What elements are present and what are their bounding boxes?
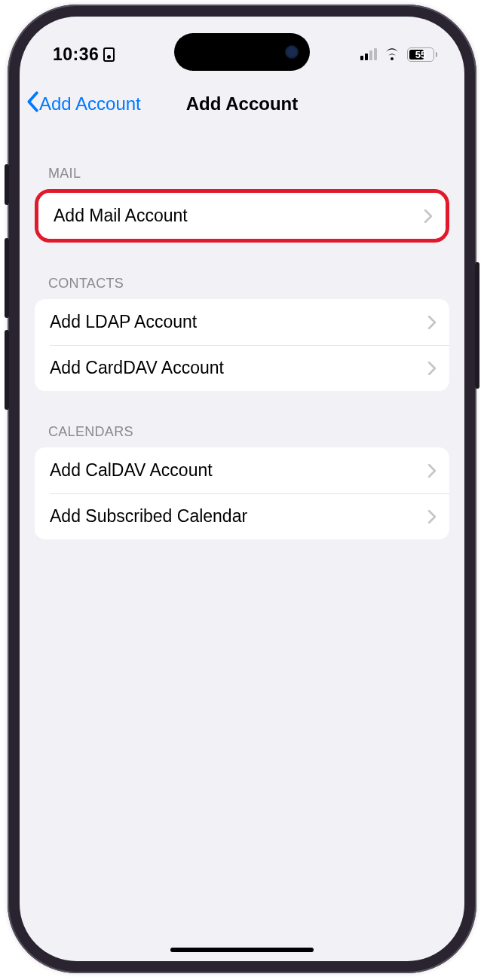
power-button <box>475 262 479 389</box>
chevron-right-icon <box>424 209 432 223</box>
page-title: Add Account <box>186 93 298 114</box>
row-label: Add CalDAV Account <box>50 460 213 481</box>
battery-indicator: 55 <box>407 47 437 62</box>
chevron-right-icon <box>427 510 436 524</box>
dynamic-island <box>174 33 310 71</box>
back-label: Add Account <box>39 93 141 114</box>
row-label: Add Subscribed Calendar <box>50 506 247 527</box>
status-right: 55 <box>360 47 437 62</box>
back-button[interactable]: Add Account <box>26 91 141 117</box>
section-header-calendars: CALENDARS <box>35 424 449 447</box>
content-area: MAIL Add Mail Account CONTACTS Add LDAP … <box>20 143 464 961</box>
row-add-ldap-account[interactable]: Add LDAP Account <box>35 299 449 345</box>
chevron-right-icon <box>427 362 436 375</box>
side-button <box>5 164 9 205</box>
battery-percent: 55 <box>415 49 426 60</box>
row-label: Add CardDAV Account <box>50 358 224 378</box>
row-label: Add Mail Account <box>54 206 188 226</box>
row-add-carddav-account[interactable]: Add CardDAV Account <box>35 345 449 391</box>
row-add-caldav-account[interactable]: Add CalDAV Account <box>35 447 449 493</box>
sim-icon <box>103 47 115 62</box>
volume-up-button <box>5 238 9 318</box>
home-indicator[interactable] <box>170 948 314 952</box>
iphone-frame: 10:36 55 <box>8 5 476 973</box>
navigation-bar: Add Account Add Account <box>20 83 464 125</box>
section-header-contacts: CONTACTS <box>35 276 449 299</box>
highlight-annotation: Add Mail Account <box>35 189 449 243</box>
group-contacts: Add LDAP Account Add CardDAV Account <box>35 299 449 391</box>
status-time: 10:36 <box>53 44 99 65</box>
group-calendars: Add CalDAV Account Add Subscribed Calend… <box>35 447 449 539</box>
volume-down-button <box>5 330 9 410</box>
screen: 10:36 55 <box>20 17 464 961</box>
row-add-mail-account[interactable]: Add Mail Account <box>38 193 446 239</box>
chevron-right-icon <box>427 316 436 329</box>
chevron-left-icon <box>26 91 39 117</box>
section-header-mail: MAIL <box>35 166 449 189</box>
row-label: Add LDAP Account <box>50 312 197 332</box>
front-camera <box>285 45 299 59</box>
group-mail: Add Mail Account <box>38 193 446 239</box>
chevron-right-icon <box>427 464 436 478</box>
cellular-signal-icon <box>360 48 377 60</box>
status-left: 10:36 <box>53 44 115 65</box>
row-add-subscribed-calendar[interactable]: Add Subscribed Calendar <box>35 493 449 539</box>
wifi-icon <box>383 47 401 61</box>
